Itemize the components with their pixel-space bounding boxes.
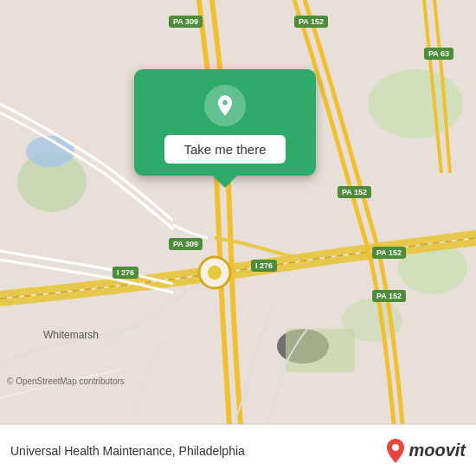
route-badge-pa152-mid: PA 152 [338,186,371,198]
svg-rect-6 [286,329,355,372]
svg-point-9 [208,266,222,280]
take-me-there-button[interactable]: Take me there [164,135,285,164]
whitemarsh-label: Whitemarsh [43,329,99,341]
location-pin-icon [204,85,246,126]
route-badge-pa309-low: PA 309 [169,238,203,250]
location-name: Universal Health Maintenance, Philadelph… [10,444,386,458]
svg-point-10 [392,444,399,451]
route-badge-pa63: PA 63 [424,48,453,60]
route-badge-pa309-top: PA 309 [169,16,203,28]
copyright-text: © OpenStreetMap contributors [7,376,125,386]
route-badge-pa152-low1: PA 152 [372,247,406,259]
route-badge-i276-left: I 276 [113,267,138,279]
bottom-bar: Universal Health Maintenance, Philadelph… [0,424,476,476]
map-container: PA 309 PA 152 PA 63 PA 309 PA 309 PA 152… [0,0,476,424]
svg-point-1 [368,69,463,138]
route-badge-pa152-low2: PA 152 [372,290,406,302]
route-badge-i276-right: I 276 [251,260,277,272]
route-badge-pa152-top: PA 152 [294,16,328,28]
moovit-text: moovit [408,441,466,460]
popup-card: Take me there [134,69,316,176]
moovit-logo: moovit [386,439,466,463]
